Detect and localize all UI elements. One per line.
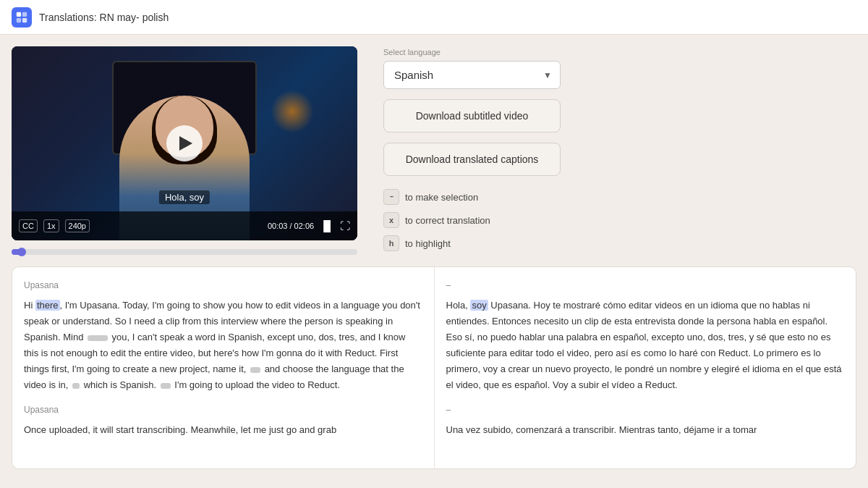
- volume-icon[interactable]: ▐▌: [320, 220, 334, 232]
- svg-rect-3: [22, 17, 27, 22]
- shortcut-selection: ··· to make selection: [383, 189, 854, 205]
- svg-rect-0: [17, 12, 21, 16]
- left-panel: Reduct ■■ Hola, soy: [0, 35, 369, 266]
- redacted-word-4: [161, 383, 171, 389]
- speaker-label-translated: –: [446, 279, 845, 293]
- content-area: Reduct ■■ Hola, soy: [0, 35, 868, 488]
- shortcut-list: ··· to make selection x to correct trans…: [383, 189, 854, 251]
- svg-rect-2: [17, 17, 21, 22]
- topbar: Translations: RN may- polish: [0, 0, 868, 35]
- speed-button[interactable]: 1x: [43, 219, 59, 232]
- download-subtitled-button[interactable]: Download subtitled video: [383, 99, 561, 132]
- dots-icon: ···: [390, 193, 393, 201]
- shortcut-highlight-label: to highlight: [405, 238, 451, 249]
- svg-rect-1: [22, 12, 27, 16]
- redacted-word-3: [72, 383, 80, 389]
- video-controls: CC 1x 240p 00:03 / 02:06 ▐▌ ⛶: [12, 211, 357, 240]
- transcript-text-original: Hi there, I'm Upasana. Today, I'm going …: [24, 298, 422, 394]
- download-captions-button[interactable]: Download translated captions: [383, 143, 561, 176]
- ambient-light: [271, 90, 314, 133]
- shortcut-selection-label: to make selection: [405, 192, 478, 203]
- upper-area: Reduct ■■ Hola, soy: [0, 35, 868, 266]
- fullscreen-icon[interactable]: ⛶: [340, 220, 350, 232]
- speaker-label-original-2: Upasana: [24, 403, 422, 418]
- transcript-translated: – Hola, soy Upasana. Hoy te mostraré cóm…: [435, 267, 856, 468]
- cc-button[interactable]: CC: [19, 219, 38, 232]
- transcription-panel: Upasana Hi there, I'm Upasana. Today, I'…: [12, 266, 856, 469]
- progress-bar[interactable]: [12, 249, 357, 255]
- highlighted-word: there: [35, 300, 60, 311]
- video-time: 00:03 / 02:06: [268, 222, 314, 230]
- shortcut-correct-label: to correct translation: [405, 215, 490, 226]
- language-selector-wrapper: Select language Spanish French German It…: [383, 61, 854, 89]
- subtitle-overlay: Hola, soy: [159, 190, 210, 204]
- shortcut-key-selection: ···: [383, 189, 399, 205]
- shortcut-highlight: h to highlight: [383, 235, 854, 251]
- progress-thumb: [17, 248, 26, 256]
- right-panel: Select language Spanish French German It…: [369, 35, 868, 266]
- logo-icon: [15, 11, 28, 24]
- transcript-text-original-2: Once uploaded, it will start transcribin…: [24, 422, 422, 438]
- redacted-word-1: [88, 335, 108, 341]
- language-select-container: Spanish French German Italian Portuguese…: [383, 61, 561, 89]
- shortcut-key-correct: x: [383, 212, 399, 228]
- highlighted-word-translated: soy: [470, 300, 488, 311]
- redacted-word-2: [250, 367, 260, 373]
- transcript-text-translated: Hola, soy Upasana. Hoy te mostraré cómo …: [446, 298, 845, 394]
- language-select[interactable]: Spanish French German Italian Portuguese: [383, 61, 561, 89]
- speaker-label-original: Upasana: [24, 279, 422, 293]
- shortcut-correct: x to correct translation: [383, 212, 854, 228]
- shortcut-key-highlight: h: [383, 235, 399, 251]
- video-player[interactable]: Reduct ■■ Hola, soy: [12, 46, 357, 240]
- language-label: Select language: [383, 48, 441, 56]
- play-icon: [179, 136, 192, 151]
- transcript-text-translated-2: Una vez subido, comenzará a transcribir.…: [446, 422, 845, 438]
- transcript-original: Upasana Hi there, I'm Upasana. Today, I'…: [12, 267, 435, 468]
- app-logo: [12, 7, 32, 28]
- speaker-label-translated-2: –: [446, 403, 845, 418]
- page-title: Translations: RN may- polish: [39, 12, 169, 23]
- quality-button[interactable]: 240p: [65, 219, 90, 232]
- lower-area: Upasana Hi there, I'm Upasana. Today, I'…: [0, 266, 868, 488]
- play-button[interactable]: [166, 125, 203, 161]
